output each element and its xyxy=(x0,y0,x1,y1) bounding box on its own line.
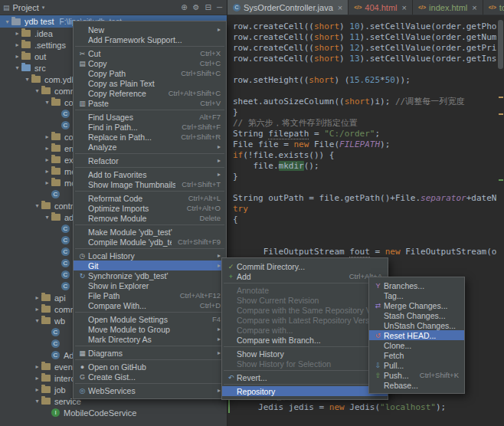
menu-item-show-history[interactable]: Show History xyxy=(222,349,388,359)
menu-item-fetch[interactable]: Fetch xyxy=(369,350,464,360)
refresh-icon: ↻ xyxy=(77,272,88,280)
menu-item-tag[interactable]: Tag... xyxy=(369,290,464,300)
menu-item-synchronize-ydb-test[interactable]: ↻Synchronize 'ydb_test' xyxy=(74,270,226,280)
collapse-arrow-icon[interactable]: ▾ xyxy=(13,64,21,71)
menu-item-git[interactable]: Git▸ xyxy=(74,261,226,270)
menu-item-refactor[interactable]: Refactor▸ xyxy=(74,156,226,165)
tab-sysordercontroller-java[interactable]: CSysOrderController.java× xyxy=(227,0,349,15)
menu-item-branches[interactable]: YBranches... xyxy=(369,280,464,290)
collapse-arrow-icon[interactable]: ▾ xyxy=(43,214,51,221)
menu-item-cut[interactable]: ✂CutCtrl+X xyxy=(74,48,226,58)
menu-item-repository[interactable]: Repository▸ xyxy=(222,386,388,396)
menu-item-local-history[interactable]: ◷Local History▸ xyxy=(74,251,226,261)
menu-item-open-on-github[interactable]: ●Open on GitHub xyxy=(74,362,226,372)
menu-item-mark-directory-as[interactable]: Mark Directory As▸ xyxy=(74,334,226,344)
menu-item-unstash-changes[interactable]: UnStash Changes... xyxy=(369,320,464,330)
menu-item-find-usages[interactable]: Find UsagesAlt+F7 xyxy=(74,112,226,122)
expand-arrow-icon[interactable]: ▸ xyxy=(13,53,21,60)
expand-arrow-icon[interactable]: ▸ xyxy=(43,168,51,175)
expand-arrow-icon[interactable]: ▸ xyxy=(33,294,41,301)
collapse-arrow-icon[interactable]: ▾ xyxy=(33,202,41,209)
hide-panel-icon[interactable]: ─ xyxy=(217,3,222,11)
code-token: String outPath = file.getPath()+File. xyxy=(233,193,421,203)
expand-arrow-icon[interactable]: ▸ xyxy=(33,306,41,313)
menu-item-add-framework-support[interactable]: Add Framework Support... xyxy=(74,34,226,44)
menu-item-create-gist[interactable]: GCreate Gist... xyxy=(74,372,226,382)
menu-item-webservices[interactable]: ◎WebServices▸ xyxy=(74,385,226,395)
menu-item-copy-as-plain-text[interactable]: Copy as Plain Text xyxy=(74,78,226,88)
expand-arrow-icon[interactable]: ▸ xyxy=(43,156,51,163)
menu-item-add-to-favorites[interactable]: Add to Favorites▸ xyxy=(74,169,226,179)
menu-item-add[interactable]: +AddCtrl+Alt+A xyxy=(222,271,388,281)
menu-item-compare-with-the-same-repository-version[interactable]: Compare with the Same Repository Version xyxy=(222,305,388,315)
menu-item-annotate[interactable]: Annotate xyxy=(222,285,388,295)
menu-item-file-path[interactable]: File PathCtrl+Alt+F12 xyxy=(74,290,226,300)
menu-item-shortcut: Ctrl+Alt+L xyxy=(188,194,221,202)
expand-arrow-icon[interactable]: ▸ xyxy=(13,41,21,48)
tree-item-mobilecodeservice[interactable]: IMobileCodeService xyxy=(0,407,227,418)
menu-item-show-current-revision[interactable]: Show Current Revision xyxy=(222,295,388,305)
menu-item-compile-module-ydb-test[interactable]: Compile Module 'ydb_test'Ctrl+Shift+F9 xyxy=(74,237,226,247)
menu-item-show-history-for-selection[interactable]: Show History for Selection xyxy=(222,359,388,369)
menu-item-make-module-ydb-test[interactable]: Make Module 'ydb_test' xyxy=(74,227,226,237)
menu-item-remove-module[interactable]: Remove ModuleDelete xyxy=(74,213,226,223)
menu-item-replace-in-path[interactable]: Replace in Path...Ctrl+Shift+R xyxy=(74,132,226,142)
menu-item-find-in-path[interactable]: Find in Path...Ctrl+Shift+F xyxy=(74,122,226,132)
editor-scrollbar[interactable] xyxy=(497,15,504,426)
expand-arrow-icon[interactable]: ▸ xyxy=(43,179,51,186)
menu-item-reformat-code[interactable]: Reformat CodeCtrl+Alt+L xyxy=(74,193,226,203)
menu-item-move-module-to-group[interactable]: Move Module to Group▸ xyxy=(74,324,226,334)
tab-index-html[interactable]: </>index.html× xyxy=(413,0,483,15)
tab-tosubmit-html[interactable]: </>toSubmit.html× xyxy=(483,0,504,15)
menu-item-copy-path[interactable]: Copy PathCtrl+Shift+C xyxy=(74,68,226,78)
tab-404-html[interactable]: </>404.html× xyxy=(349,0,413,15)
expand-arrow-icon[interactable]: ▸ xyxy=(33,375,41,382)
menu-item-show-in-explorer[interactable]: Show in Explorer xyxy=(74,280,226,290)
menu-item-stash-changes[interactable]: Stash Changes... xyxy=(369,310,464,320)
menu-item-show-image-thumbnails[interactable]: Show Image ThumbnailsCtrl+Shift+T xyxy=(74,179,226,189)
expand-arrow-icon[interactable]: ▸ xyxy=(43,145,51,152)
code-token: = xyxy=(370,247,385,257)
menu-item-merge-changes[interactable]: ⇄Merge Changes... xyxy=(369,300,464,310)
scrollbar-thumb[interactable] xyxy=(498,20,503,69)
menu-item-analyze[interactable]: Analyze▸ xyxy=(74,142,226,152)
menu-item-compare-with-branch[interactable]: Compare with Branch...▸ xyxy=(222,335,388,345)
collapse-arrow-icon[interactable]: ▾ xyxy=(33,317,41,324)
locate-icon[interactable]: ⊕ xyxy=(181,3,187,11)
menu-item-pull[interactable]: ⇩Pull... xyxy=(369,360,464,370)
close-tab-icon[interactable]: × xyxy=(472,3,476,12)
settings-gear-icon[interactable]: ⚙ xyxy=(193,3,200,11)
menu-item-optimize-imports[interactable]: Optimize ImportsCtrl+Alt+O xyxy=(74,203,226,213)
menu-item-compare-with[interactable]: Compare With...Ctrl+D xyxy=(74,300,226,310)
collapse-arrow-icon[interactable]: ▾ xyxy=(33,87,41,94)
menu-item-push[interactable]: ⇧Push...Ctrl+Shift+K xyxy=(369,370,464,380)
close-tab-icon[interactable]: × xyxy=(338,3,342,12)
menu-item-paste[interactable]: ▥PasteCtrl+V xyxy=(74,98,226,108)
collapse-arrow-icon[interactable]: ▾ xyxy=(43,99,51,106)
expand-arrow-icon[interactable]: ▸ xyxy=(33,386,41,393)
menu-item-rebase[interactable]: Rebase... xyxy=(369,380,464,390)
menu-item-commit-directory[interactable]: ✓Commit Directory... xyxy=(222,261,388,271)
menu-item-diagrams[interactable]: ▦Diagrams▸ xyxy=(74,348,226,358)
close-tab-icon[interactable]: × xyxy=(402,3,407,12)
menu-item-reset-head[interactable]: ↺Reset HEAD... xyxy=(369,330,464,340)
menu-item-label: Remove Module xyxy=(88,214,194,223)
collapse-arrow-icon[interactable]: ▾ xyxy=(23,76,31,83)
scroll-stripe-mark xyxy=(499,113,503,115)
collapse-arrow-icon[interactable]: ▾ xyxy=(3,18,11,25)
menu-item-open-module-settings[interactable]: Open Module SettingsF4 xyxy=(74,314,226,324)
expand-arrow-icon[interactable]: ▸ xyxy=(13,30,21,37)
menu-item-copy-reference[interactable]: Copy ReferenceCtrl+Alt+Shift+C xyxy=(74,88,226,98)
collapse-arrow-icon[interactable]: ▾ xyxy=(33,398,41,405)
project-panel-title[interactable]: Project xyxy=(13,3,39,12)
collapse-all-icon[interactable]: ⊟ xyxy=(205,3,211,11)
expand-arrow-icon[interactable]: ▸ xyxy=(33,363,41,370)
menu-item-clone[interactable]: Clone... xyxy=(369,340,464,350)
menu-item-copy[interactable]: ▤CopyCtrl+C xyxy=(74,58,226,68)
menu-item-compare-with-latest-repository-version[interactable]: Compare with Latest Repository Version xyxy=(222,315,388,325)
expand-arrow-icon[interactable]: ▸ xyxy=(43,133,51,140)
menu-item-compare-with[interactable]: Compare with... xyxy=(222,325,388,335)
chevron-down-icon[interactable]: ▾ xyxy=(42,5,45,11)
menu-item-revert[interactable]: ↶Revert... xyxy=(222,372,388,382)
menu-item-new[interactable]: New▸ xyxy=(74,25,226,34)
